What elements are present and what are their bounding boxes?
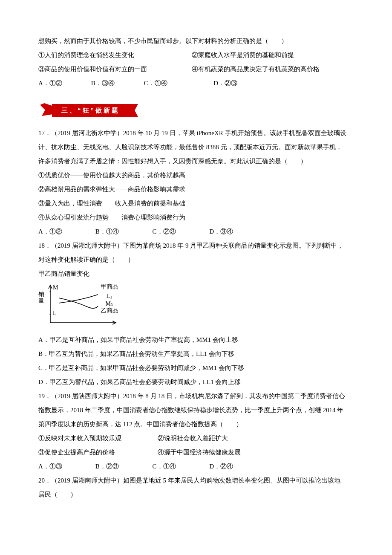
- q17-stmt-2: ②高档耐用品的需求弹性大——商品价格影响其需求: [38, 182, 354, 197]
- q17-line2: 计、抗水防尘、无线充电、人脸识别技术等功能，最低售价 8388 元，顶配版本近万…: [38, 140, 354, 154]
- q19-line2: 指数显示，2018 年二季度，中国消费者信心指数继续保持稳步增长态势，比一季度上…: [38, 403, 354, 417]
- q16-stmt-2: ②家庭收入水平是消费的基础和前提: [192, 48, 294, 62]
- q17-stmt-3: ③量入为出，理性消费——收入是消费的前提和基础: [38, 197, 354, 211]
- q16-option-d: D．②③: [213, 76, 237, 90]
- q17-line3: 许多消费者充满了矛盾之情：因性能好想入手，又因贵而深感无奈。对此认识正确的是（ …: [38, 154, 354, 168]
- q19-options: A．①③ B．②③ C．①④ D．②④: [38, 460, 354, 474]
- q17-stmt-4: ④从众心理引发流行趋势——消费心理影响消费行为: [38, 211, 354, 225]
- q18-line1: 18．（2019 届湖北师大附中）下图为某商场 2018 年 9 月甲乙两种关联…: [38, 239, 354, 253]
- q18-chart: 销量 M L 甲商品 L₁ M₁ 乙商品: [38, 283, 124, 330]
- q17-option-c: C．②③: [153, 225, 208, 239]
- chart-series-a-label: 甲商品: [101, 283, 118, 290]
- q19-option-a: A．①③: [38, 460, 94, 474]
- q17-line1: 17．（2019 届河北衡水中学）2018 年 10 月 19 日，苹果 iPh…: [38, 126, 354, 140]
- q17-option-d: D．③④: [209, 225, 233, 239]
- q20-line1: 20．（2019 届湖南师大附中）如图是某地近 5 年来居民人均购物次数增长率变…: [38, 474, 354, 488]
- chart-marker-l: L: [53, 310, 57, 316]
- q18-line2: 对这种变化解读正确的是（ ）: [38, 253, 354, 267]
- q18-caption: 甲乙商品销量变化: [38, 267, 354, 281]
- banner-text: 三、“狂”做新题: [61, 103, 120, 118]
- q16-options: A．①② B．③④ C．①④ D．②③: [38, 76, 354, 90]
- q16-option-a: A．①②: [38, 76, 89, 90]
- q19-option-b: B．②③: [95, 460, 151, 474]
- chart-series-b-label: 乙商品: [101, 307, 118, 314]
- q16-stmt-1: ①人们的消费理念在悄然发生变化: [38, 48, 192, 62]
- section-banner: 三、“狂”做新题: [40, 103, 142, 118]
- q18-option-c: C．甲乙是互补商品，如果甲商品社会必要劳动时间减少，MM1 会向下移: [38, 361, 354, 375]
- q19-option-c: C．①④: [153, 460, 208, 474]
- q19-line3: 第四季度以来的历史新高，达 112 点。中国消费者信心指数提高（ ）: [38, 417, 354, 431]
- chart-ylabel: 销量: [38, 291, 45, 304]
- q16-stem-cont: 想购买，然而由于其价格较高，不少市民望而却步。以下对材料的分析正确的是（ ）: [38, 34, 354, 48]
- q17-stmt-1: ①优质优价——使用价值越大的商品，其价格就越高: [38, 168, 354, 182]
- q19-stmt-row-1: ①反映对未来收入预期较乐观 ②说明社会收入差距扩大: [38, 431, 354, 445]
- q19-option-d: D．②④: [209, 460, 233, 474]
- q18-option-d: D．甲乙互为替代品，如果乙商品社会必要劳动时间减少，LL1 会向上移: [38, 375, 354, 389]
- q19-stmt-3: ③促使企业提高产品的价格: [38, 445, 158, 460]
- q20-line2: 居民（ ）: [38, 488, 354, 502]
- chart-marker-m: M: [53, 284, 58, 291]
- q19-line1: 19．（2019 届陕西师大附中）2018 年 8 月 18 日，市场机构尼尔森…: [38, 389, 354, 403]
- q16-stmt-4: ④有机蔬菜的高品质决定了有机蔬菜的高价格: [192, 62, 320, 76]
- q16-option-b: B．③④: [91, 76, 142, 90]
- q17-option-a: A．①②: [38, 225, 94, 239]
- q18-option-b: B．甲乙互为替代品，如果乙商品社会劳动生产率提高，LL1 会向下移: [38, 347, 354, 361]
- chart-marker-l1: L₁: [106, 293, 112, 299]
- q17-option-b: B．①④: [95, 225, 151, 239]
- q19-stmt-row-2: ③促使企业提高产品的价格 ④源于中国经济持续健康发展: [38, 445, 354, 460]
- q19-stmt-4: ④源于中国经济持续健康发展: [158, 445, 241, 460]
- q16-option-c: C．①④: [144, 76, 212, 90]
- chart-marker-m1: M₁: [106, 301, 113, 307]
- q16-stmt-3: ③商品的使用价值和价值有对立的一面: [38, 62, 192, 76]
- q16-statement-row-1: ①人们的消费理念在悄然发生变化 ②家庭收入水平是消费的基础和前提: [38, 48, 354, 62]
- q19-stmt-1: ①反映对未来收入预期较乐观: [38, 431, 158, 445]
- q19-stmt-2: ②说明社会收入差距扩大: [158, 431, 228, 445]
- svg-marker-0: [40, 103, 53, 116]
- q16-statement-row-2: ③商品的使用价值和价值有对立的一面 ④有机蔬菜的高品质决定了有机蔬菜的高价格: [38, 62, 354, 76]
- q18-option-a: A．甲乙是互补商品，如果甲商品社会劳动生产率提高，MM1 会向上移: [38, 333, 354, 347]
- q17-options: A．①② B．①④ C．②③ D．③④: [38, 225, 354, 239]
